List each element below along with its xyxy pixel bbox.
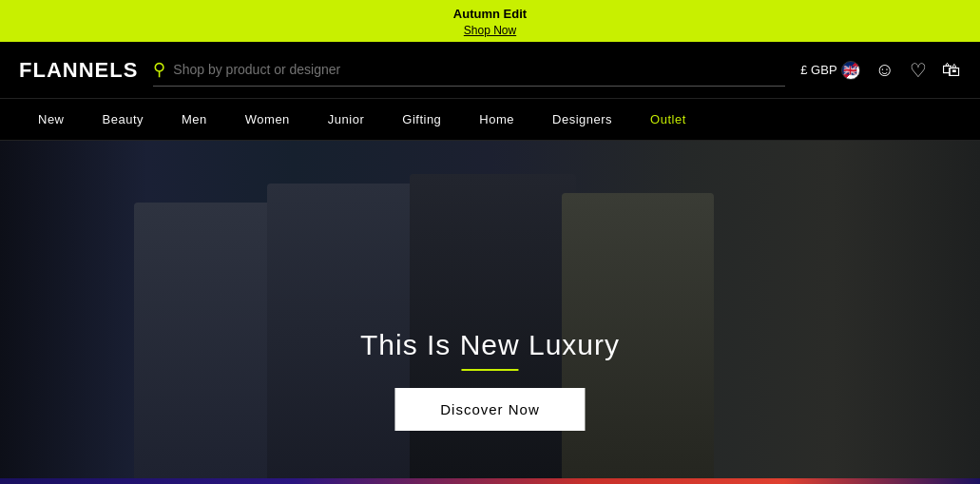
hero-section: This Is New Luxury Discover Now — [0, 141, 980, 478]
search-icon: ⚲ — [153, 59, 165, 80]
nav-item-women[interactable]: Women — [226, 99, 309, 140]
nav-item-outlet[interactable]: Outlet — [631, 99, 705, 140]
nav-item-designers[interactable]: Designers — [533, 99, 631, 140]
discover-button[interactable]: Discover Now — [394, 388, 586, 431]
figure-1 — [134, 203, 286, 478]
nav-item-new[interactable]: New — [19, 99, 84, 140]
main-nav: New Beauty Men Women Junior Gifting Home… — [0, 99, 980, 141]
nav-item-beauty[interactable]: Beauty — [84, 99, 163, 140]
hero-underline — [461, 369, 518, 371]
nav-item-men[interactable]: Men — [163, 99, 226, 140]
site-header: FLANNELS ⚲ £ GBP 🇬🇧 ☺ ♡ 🛍 — [0, 42, 980, 99]
bottom-strip — [0, 478, 980, 484]
hero-title: This Is New Luxury — [360, 329, 620, 361]
banner-shop-now[interactable]: Shop Now — [0, 24, 980, 39]
flag-icon: 🇬🇧 — [841, 61, 860, 80]
top-banner: Autumn Edit Shop Now — [0, 0, 980, 42]
banner-line1: Autumn Edit — [453, 7, 527, 21]
nav-item-gifting[interactable]: Gifting — [383, 99, 460, 140]
site-logo[interactable]: FLANNELS — [19, 58, 138, 83]
currency-label: £ GBP — [800, 63, 836, 77]
bag-icon[interactable]: 🛍 — [942, 59, 961, 81]
nav-item-junior[interactable]: Junior — [309, 99, 383, 140]
wishlist-icon[interactable]: ♡ — [910, 59, 927, 82]
header-right: £ GBP 🇬🇧 ☺ ♡ 🛍 — [800, 59, 961, 82]
hero-content: This Is New Luxury Discover Now — [360, 329, 620, 431]
account-icon[interactable]: ☺ — [875, 59, 894, 81]
search-input[interactable] — [173, 62, 785, 77]
search-bar: ⚲ — [153, 53, 785, 87]
currency-selector[interactable]: £ GBP 🇬🇧 — [800, 61, 859, 80]
figure-3 — [410, 174, 576, 478]
nav-item-home[interactable]: Home — [460, 99, 533, 140]
